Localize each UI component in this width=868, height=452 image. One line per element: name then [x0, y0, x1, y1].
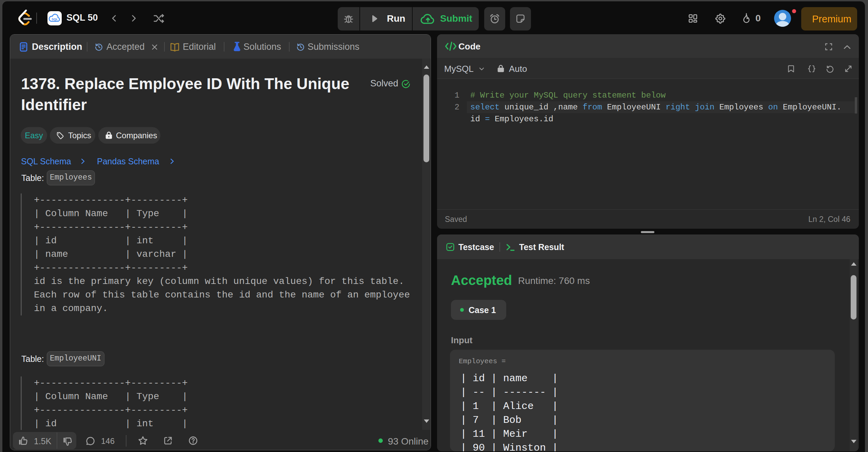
- svg-text:SQL: SQL: [52, 18, 58, 21]
